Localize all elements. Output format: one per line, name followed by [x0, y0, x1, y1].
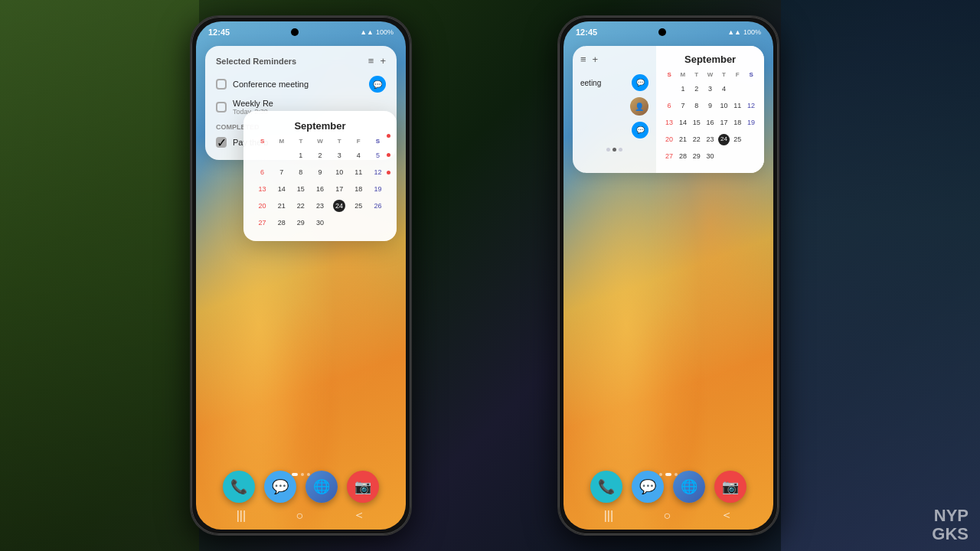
dot-right-1 [659, 473, 662, 476]
r-week-4: 20 21 22 23 24 25 [662, 132, 758, 147]
phone-right: 12:45 ▲▲ 100% ≡ + [557, 15, 779, 536]
chat-icon-1: 💬 [636, 79, 645, 86]
watermark-line2: GKS [932, 525, 969, 543]
rem-row-3-right: 💬 [580, 119, 648, 142]
reminder-checkbox-conf[interactable] [216, 79, 227, 90]
reminder-text-conf: Conference meeting [233, 80, 309, 89]
avatar-right: 👤 [630, 97, 648, 116]
dot-left-1 [301, 473, 304, 476]
cal-hdr-s1: S [253, 138, 272, 145]
w-dot-3 [619, 148, 622, 152]
dots-left [292, 473, 310, 476]
dot-active-left [292, 473, 298, 476]
r-week-5: 27 28 29 30 [662, 148, 758, 164]
bg-right [781, 0, 980, 551]
widget-actions: ≡ + [368, 55, 386, 67]
cal-hdr-t2: T [330, 138, 349, 145]
dot-active-right [665, 473, 671, 476]
reminder-item-conf: Conference meeting 💬 [216, 73, 386, 96]
dot-s [387, 153, 390, 157]
cal-hdr-right: S M T W T F S [662, 71, 758, 78]
calendar-panel-right: September S M T W T F S [656, 46, 764, 173]
widget-title: Selected Reminders [216, 57, 296, 66]
chat-icon-3: 💬 [636, 126, 645, 134]
dot-left-2 [307, 473, 310, 476]
nav-home-right[interactable]: ○ [663, 509, 671, 523]
widget-area-left: Selected Reminders ≡ + Conference meetin… [205, 46, 397, 160]
widget-header-right: ≡ + [580, 54, 648, 65]
widget-header: Selected Reminders ≡ + [216, 55, 386, 67]
widget-actions-right: ≡ + [580, 54, 598, 65]
battery-icon-right: 100% [743, 28, 761, 36]
rem-chat-1-right[interactable]: 💬 [632, 74, 648, 91]
battery-icon: 100% [376, 28, 394, 36]
dock-browser-left[interactable]: 🌐 [305, 471, 338, 503]
nav-recents-right[interactable]: ||| [604, 509, 613, 523]
cal-grid-right: S M T W T F S 1 2 [662, 71, 758, 164]
status-bar-right: 12:45 ▲▲ 100% [564, 21, 773, 43]
notch-left [291, 28, 299, 36]
dot-right-2 [675, 473, 678, 476]
dock-camera-right[interactable]: 📷 [714, 471, 746, 503]
dot-d [387, 134, 390, 138]
dock-camera-left[interactable]: 📷 [347, 471, 379, 503]
cal-grid-left: S M T W T F S 1 2 [253, 138, 387, 230]
reminder-checkbox-pay[interactable]: ✓ [216, 137, 227, 148]
cal-hdr-m: M [272, 138, 291, 145]
status-bar-left: 12:45 ▲▲ 100% [196, 21, 406, 43]
status-icons-right: ▲▲ 100% [727, 28, 761, 36]
nav-back-left[interactable]: ＜ [353, 507, 365, 523]
nav-home-left[interactable]: ○ [296, 509, 303, 523]
watermark-line1: NYP [932, 507, 969, 525]
add-reminder-btn[interactable]: + [380, 55, 386, 67]
cal-side-indicators [387, 134, 390, 174]
r-week-1: 1 2 3 4 [662, 81, 758, 96]
status-icons-left: ▲▲ 100% [360, 28, 394, 36]
wifi-icon: ▲▲ [360, 28, 374, 36]
reminder-checkbox-weekly[interactable] [216, 102, 227, 112]
nav-bar-right: ||| ○ ＜ [564, 507, 773, 523]
cal-week-4: 20 21 22 23 24 25 26 [253, 198, 387, 214]
phone-left: 12:45 ▲▲ 100% Selected Reminders ≡ + [190, 15, 412, 536]
phone-right-body: 12:45 ▲▲ 100% ≡ + [557, 15, 779, 536]
cal-hdr-t1: T [291, 138, 310, 145]
time-left: 12:45 [208, 28, 230, 37]
r-week-3: 13 14 15 16 17 18 19 [662, 115, 758, 130]
wifi-icon-right: ▲▲ [727, 28, 741, 36]
reminders-panel-right: ≡ + eeting 💬 � [573, 46, 656, 173]
dot-m [387, 171, 390, 174]
w-dot-1 [606, 148, 610, 152]
rem-row-2-right: 👤 [580, 94, 648, 119]
notch-right [658, 28, 666, 36]
bg-left [0, 0, 199, 551]
nav-recents-left[interactable]: ||| [237, 509, 246, 523]
cal-hdr-s2: S [368, 138, 387, 145]
cal-week-3: 13 14 15 16 17 18 19 [253, 181, 387, 197]
cal-week-2: 6 7 8 9 10 11 12 [253, 165, 387, 180]
phone-right-screen: 12:45 ▲▲ 100% ≡ + [564, 21, 773, 530]
reminder-chat-btn-conf[interactable]: 💬 [369, 76, 386, 93]
dock-phone-left[interactable]: 📞 [223, 471, 255, 503]
add-btn-right[interactable]: + [593, 54, 599, 65]
chat-icon: 💬 [373, 80, 382, 89]
time-right: 12:45 [576, 28, 597, 37]
w-dot-2 [612, 148, 616, 152]
list-icon-right[interactable]: ≡ [580, 54, 586, 65]
cal-title-left: September [253, 120, 387, 132]
cal-hdr-f: F [349, 138, 368, 145]
combined-widget: ≡ + eeting 💬 � [573, 46, 764, 173]
nav-bar-left: ||| ○ ＜ [196, 507, 406, 523]
rem-text-1-right: eeting [580, 79, 601, 87]
phone-left-body: 12:45 ▲▲ 100% Selected Reminders ≡ + [190, 15, 412, 536]
cal-title-right: September [662, 54, 758, 65]
rem-chat-3-right[interactable]: 💬 [632, 122, 648, 139]
list-icon-btn[interactable]: ≡ [368, 55, 374, 67]
dots-right [659, 473, 678, 476]
dock-browser-right[interactable]: 🌐 [673, 471, 705, 503]
dock-phone-right[interactable]: 📞 [590, 471, 622, 503]
r-week-2: 6 7 8 9 10 11 12 [662, 98, 758, 113]
nav-back-right[interactable]: ＜ [720, 507, 733, 523]
cal-hdr-w: W [310, 138, 329, 145]
calendar-popup: September S M T W T F S [243, 111, 397, 241]
phone-left-screen: 12:45 ▲▲ 100% Selected Reminders ≡ + [196, 21, 406, 530]
